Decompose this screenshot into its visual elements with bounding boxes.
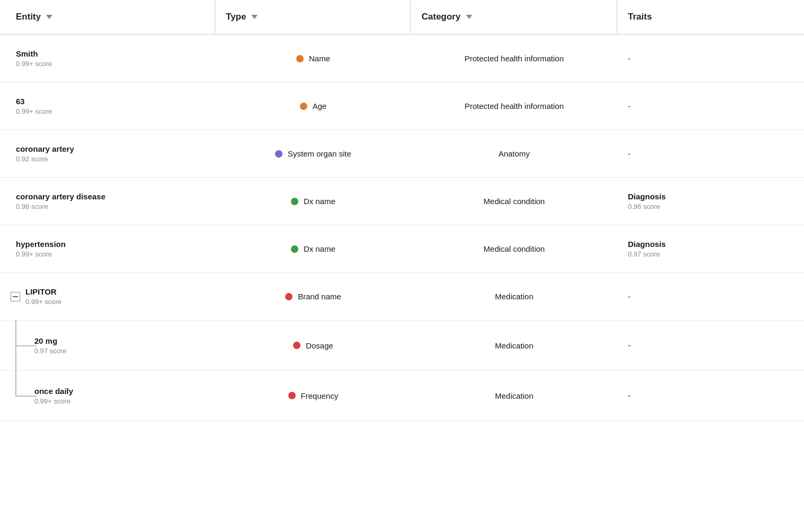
category-header-label: Category	[422, 12, 461, 22]
category-value: Protected health information	[464, 102, 564, 111]
entity-name: 20 mg	[34, 336, 205, 345]
entity-cell: once daily 0.99+ score	[0, 371, 215, 420]
traits-cell: -	[617, 273, 804, 320]
type-label: Brand name	[298, 292, 341, 301]
type-cell: Name	[215, 35, 411, 82]
entity-name: 63	[16, 97, 205, 106]
type-cell: Brand name	[215, 273, 411, 320]
category-value: Protected health information	[464, 54, 564, 63]
trait-score: 0.97 score	[628, 250, 793, 258]
tree-vertical-line	[15, 371, 16, 396]
lipitor-child-rows: 20 mg 0.97 score Dosage Medication - onc…	[0, 320, 804, 421]
entity-cell: 63 0.99+ score	[0, 82, 215, 130]
type-cell: Age	[215, 82, 411, 130]
category-column-header[interactable]: Category	[411, 0, 617, 34]
type-sort-icon[interactable]	[251, 15, 258, 19]
entity-name: coronary artery disease	[16, 192, 205, 201]
category-value: Medication	[495, 292, 534, 301]
traits-cell: -	[617, 371, 804, 420]
category-cell: Protected health information	[411, 35, 617, 82]
lipitor-child-row: once daily 0.99+ score Frequency Medicat…	[0, 371, 804, 421]
entity-cell: hypertension 0.99+ score	[0, 225, 215, 272]
lipitor-child-row: 20 mg 0.97 score Dosage Medication -	[0, 320, 804, 371]
type-cell: Frequency	[215, 371, 411, 420]
traits-column-header: Traits	[617, 0, 804, 34]
type-dot	[285, 293, 293, 300]
main-table: Entity Type Category Traits Smith 0.99+ …	[0, 0, 804, 532]
table-row: Smith 0.99+ score Name Protected health …	[0, 35, 804, 82]
entity-score: 0.97 score	[34, 347, 205, 355]
trait-name: -	[628, 292, 793, 301]
traits-cell: Diagnosis 0.97 score	[617, 225, 804, 272]
category-value: Medication	[495, 341, 534, 350]
type-label: System organ site	[288, 149, 351, 158]
entity-score: 0.98 score	[16, 203, 205, 210]
entity-name: once daily	[34, 387, 205, 396]
traits-cell: -	[617, 82, 804, 130]
table-row: 63 0.99+ score Age Protected health info…	[0, 82, 804, 130]
trait-name: -	[628, 102, 793, 111]
table-row: coronary artery 0.92 score System organ …	[0, 130, 804, 178]
trait-name: -	[628, 391, 793, 400]
trait-score: 0.96 score	[628, 203, 793, 210]
category-cell: Medication	[411, 320, 617, 370]
entity-column-header[interactable]: Entity	[0, 0, 215, 34]
type-header-label: Type	[226, 12, 246, 22]
entity-header-label: Entity	[16, 12, 41, 22]
type-dot	[275, 150, 282, 158]
type-label: Frequency	[301, 391, 339, 400]
category-cell: Protected health information	[411, 82, 617, 130]
category-cell: Anatomy	[411, 130, 617, 177]
entity-sort-icon[interactable]	[46, 15, 52, 19]
tree-lines	[11, 320, 45, 370]
trait-name: Diagnosis	[628, 192, 793, 201]
entity-score: 0.92 score	[16, 155, 205, 163]
entity-score: 0.99+ score	[16, 250, 205, 258]
lipitor-parent-row: LIPITOR 0.99+ score Brand name Medicatio…	[0, 273, 804, 320]
entity-cell: Smith 0.99+ score	[0, 35, 215, 82]
type-label: Dx name	[304, 197, 335, 206]
entity-score: 0.99+ score	[25, 298, 205, 306]
entity-name: coronary artery	[16, 144, 205, 153]
entity-name: LIPITOR	[25, 287, 205, 296]
entity-cell: coronary artery disease 0.98 score	[0, 178, 215, 225]
traits-cell: Diagnosis 0.96 score	[617, 178, 804, 225]
category-cell: Medical condition	[411, 178, 617, 225]
trait-name: -	[628, 54, 793, 63]
type-column-header[interactable]: Type	[215, 0, 411, 34]
entity-score: 0.99+ score	[16, 60, 205, 68]
entity-name: Smith	[16, 49, 205, 58]
type-dot	[291, 245, 298, 253]
category-cell: Medication	[411, 273, 617, 320]
type-label: Name	[309, 54, 330, 63]
entity-score: 0.99+ score	[16, 107, 205, 115]
type-label: Age	[313, 102, 327, 111]
type-dot	[300, 103, 307, 110]
category-value: Medical condition	[483, 197, 545, 206]
trait-name: Diagnosis	[628, 240, 793, 249]
type-cell: System organ site	[215, 130, 411, 177]
type-cell: Dx name	[215, 178, 411, 225]
category-value: Medical condition	[483, 244, 545, 253]
category-sort-icon[interactable]	[466, 15, 472, 19]
category-value: Anatomy	[498, 149, 529, 158]
tree-lines	[11, 371, 45, 420]
regular-rows: Smith 0.99+ score Name Protected health …	[0, 35, 804, 273]
type-cell: Dx name	[215, 225, 411, 272]
type-label: Dx name	[304, 244, 335, 253]
type-dot	[288, 392, 296, 399]
category-cell: Medical condition	[411, 225, 617, 272]
traits-header-label: Traits	[628, 12, 652, 22]
table-header: Entity Type Category Traits	[0, 0, 804, 35]
type-dot	[296, 55, 304, 62]
traits-cell: -	[617, 130, 804, 177]
type-dot	[293, 342, 300, 349]
type-label: Dosage	[306, 341, 333, 350]
type-cell: Dosage	[215, 320, 411, 370]
expand-icon[interactable]	[11, 292, 20, 301]
traits-cell: -	[617, 320, 804, 370]
trait-name: -	[628, 341, 793, 350]
category-value: Medication	[495, 391, 534, 400]
category-cell: Medication	[411, 371, 617, 420]
entity-name: hypertension	[16, 240, 205, 249]
